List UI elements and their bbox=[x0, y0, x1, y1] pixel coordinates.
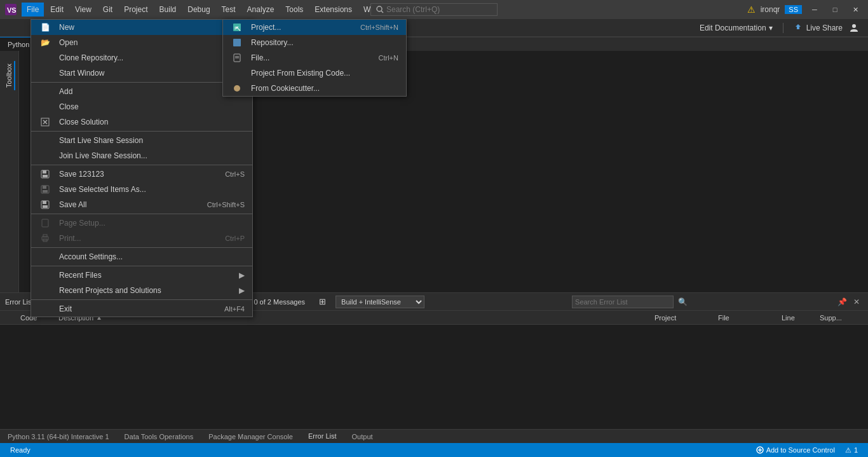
recent-files-arrow: ▶ bbox=[239, 271, 245, 280]
cookiecutter-label: From Cookiecutter... bbox=[251, 84, 320, 93]
close-panel-button[interactable]: ✕ bbox=[850, 296, 863, 308]
menu-item-page-setup[interactable]: Page Setup... bbox=[31, 215, 252, 231]
col-header-project[interactable]: Project bbox=[649, 313, 713, 323]
live-share-badge[interactable]: SS bbox=[785, 5, 802, 14]
new-submenu: P Project... Ctrl+Shift+N Repository... … bbox=[222, 19, 407, 97]
footer-tab-data-tools[interactable]: Data Tools Operations bbox=[117, 430, 201, 444]
svg-rect-15 bbox=[43, 186, 46, 189]
menu-item-recent-projects[interactable]: Recent Projects and Solutions ▶ bbox=[31, 283, 252, 298]
menu-edit[interactable]: Edit bbox=[45, 3, 69, 17]
footer-tab-python-interactive[interactable]: Python 3.11 (64-bit) Interactive 1 bbox=[0, 430, 117, 444]
col-header-suppression[interactable]: Supp... bbox=[815, 313, 865, 323]
panel-window-buttons: 📌 ✕ bbox=[836, 296, 863, 308]
menu-tools[interactable]: Tools bbox=[280, 3, 308, 17]
error-search-icon[interactable]: 🔍 bbox=[676, 296, 689, 308]
menu-item-start-window[interactable]: Start Window bbox=[31, 65, 252, 81]
new-submenu-item-from-existing[interactable]: Project From Existing Code... bbox=[223, 65, 406, 81]
menu-item-close[interactable]: Close bbox=[31, 99, 252, 114]
menu-test[interactable]: Test bbox=[217, 3, 241, 17]
new-project-icon: P bbox=[228, 23, 246, 32]
new-submenu-item-file[interactable]: File... Ctrl+N bbox=[223, 50, 406, 65]
menu-item-new[interactable]: 📄 New ▶ bbox=[31, 20, 252, 35]
divider bbox=[783, 23, 783, 33]
menu-item-account-settings[interactable]: Account Settings... bbox=[31, 249, 252, 264]
messages-filter-button[interactable]: ℹ 0 of 2 Messages bbox=[243, 296, 309, 308]
pin-panel-button[interactable]: 📌 bbox=[836, 296, 849, 308]
new-file-icon bbox=[228, 53, 246, 62]
menu-extensions[interactable]: Extensions bbox=[309, 3, 357, 17]
menu-item-recent-files[interactable]: Recent Files ▶ bbox=[31, 268, 252, 283]
search-icon bbox=[376, 6, 384, 13]
menu-item-print[interactable]: Print... Ctrl+P bbox=[31, 231, 252, 246]
svg-point-4 bbox=[852, 24, 856, 28]
maximize-button[interactable]: □ bbox=[827, 2, 843, 17]
minimize-button[interactable]: ─ bbox=[807, 2, 822, 17]
menu-build[interactable]: Build bbox=[154, 3, 182, 17]
person-icon bbox=[849, 23, 859, 33]
print-label: Print... bbox=[59, 234, 81, 243]
menu-item-save-all[interactable]: Save All Ctrl+Shift+S bbox=[31, 197, 252, 212]
menu-item-save-selected[interactable]: Save Selected Items As... bbox=[31, 182, 252, 197]
separator-1 bbox=[31, 82, 252, 83]
source-control-icon bbox=[756, 446, 764, 454]
menu-file[interactable]: File bbox=[22, 3, 44, 17]
svg-rect-19 bbox=[43, 205, 48, 208]
menu-analyze[interactable]: Analyze bbox=[242, 3, 280, 17]
new-submenu-item-repository[interactable]: Repository... bbox=[223, 35, 406, 50]
live-share-button[interactable]: Live Share bbox=[789, 22, 848, 34]
status-warning-icon: ⚠ bbox=[845, 446, 851, 454]
save-all-label: Save All bbox=[59, 200, 86, 209]
status-warning[interactable]: ⚠ 1 bbox=[840, 443, 863, 457]
save-all-shortcut: Ctrl+Shift+S bbox=[207, 201, 245, 208]
menu-project[interactable]: Project bbox=[119, 3, 153, 17]
edit-doc-label: Edit Documentation bbox=[700, 24, 766, 32]
col-header-file[interactable]: File bbox=[713, 313, 776, 323]
profile-icon[interactable] bbox=[848, 22, 860, 34]
new-submenu-item-cookiecutter[interactable]: From Cookiecutter... bbox=[223, 81, 406, 96]
svg-rect-16 bbox=[43, 190, 48, 193]
new-repo-label: Repository... bbox=[251, 38, 293, 47]
menu-item-exit[interactable]: Exit Alt+F4 bbox=[31, 301, 252, 317]
build-scope-select[interactable]: Build + IntelliSense bbox=[336, 296, 424, 308]
status-ready[interactable]: Ready bbox=[5, 443, 36, 457]
search-box[interactable] bbox=[370, 3, 498, 16]
new-file-label: File... bbox=[251, 53, 269, 62]
separator-3 bbox=[31, 165, 252, 165]
menu-item-clone-repo[interactable]: Clone Repository... bbox=[31, 50, 252, 65]
clone-label: Clone Repository... bbox=[59, 53, 123, 62]
close-button[interactable]: ✕ bbox=[848, 2, 863, 17]
footer-tab-output[interactable]: Output bbox=[344, 430, 381, 444]
add-label: Add bbox=[59, 87, 72, 96]
menu-git[interactable]: Git bbox=[98, 3, 118, 17]
menu-item-close-solution[interactable]: Close Solution bbox=[31, 114, 252, 130]
menu-item-open[interactable]: 📂 Open ▶ bbox=[31, 35, 252, 50]
new-icon: 📄 bbox=[36, 23, 54, 32]
search-input[interactable] bbox=[386, 5, 482, 14]
error-search: 🔍 bbox=[572, 296, 689, 308]
error-search-input[interactable] bbox=[572, 296, 674, 308]
menu-item-join-live-share[interactable]: Join Live Share Session... bbox=[31, 148, 252, 163]
col-header-line[interactable]: Line bbox=[776, 313, 815, 323]
footer-tab-package-manager[interactable]: Package Manager Console bbox=[201, 430, 301, 444]
live-share-icon bbox=[794, 24, 803, 32]
separator-7 bbox=[31, 299, 252, 300]
save-icon bbox=[36, 170, 54, 179]
add-to-source-control[interactable]: Add to Source Control bbox=[751, 443, 840, 457]
page-setup-icon bbox=[36, 219, 54, 228]
footer-tabs: Python 3.11 (64-bit) Interactive 1 Data … bbox=[0, 429, 868, 443]
footer-tab-error-list[interactable]: Error List bbox=[301, 430, 344, 444]
separator-6 bbox=[31, 266, 252, 266]
save-label: Save 123123 bbox=[59, 170, 104, 179]
menu-item-start-live-share[interactable]: Start Live Share Session bbox=[31, 133, 252, 148]
menu-item-add[interactable]: Add ▶ bbox=[31, 84, 252, 99]
col-header-icon[interactable] bbox=[3, 317, 15, 319]
toolbox-label[interactable]: Toolbox bbox=[4, 61, 15, 90]
edit-documentation-button[interactable]: Edit Documentation ▾ bbox=[695, 22, 778, 34]
exit-shortcut: Alt+F4 bbox=[224, 305, 245, 313]
filter-options-button[interactable]: ⊞ bbox=[315, 296, 330, 308]
menu-debug[interactable]: Debug bbox=[182, 3, 215, 17]
new-submenu-item-project[interactable]: P Project... Ctrl+Shift+N bbox=[223, 20, 406, 35]
menu-item-save[interactable]: Save 123123 Ctrl+S bbox=[31, 167, 252, 182]
menu-view[interactable]: View bbox=[70, 3, 97, 17]
close-solution-icon bbox=[36, 118, 54, 126]
